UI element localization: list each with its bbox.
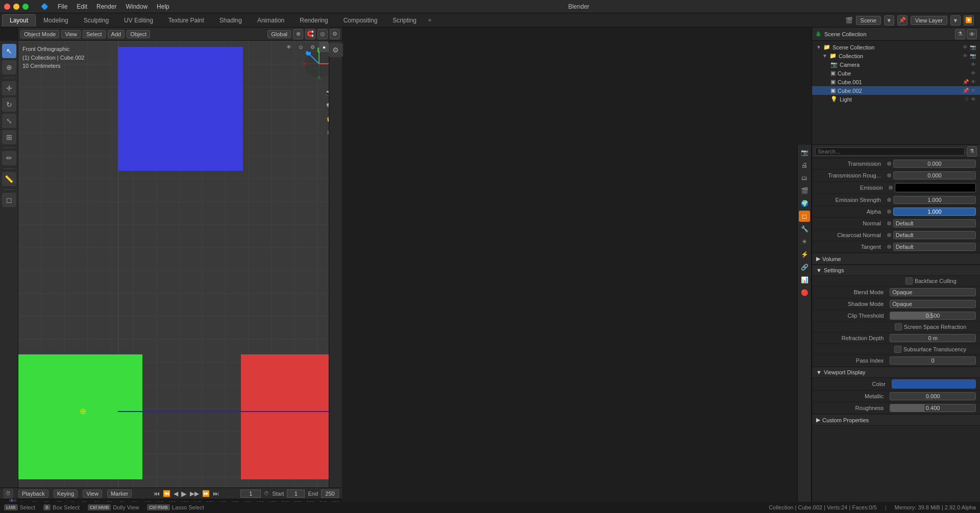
outliner-item-scene-collection[interactable]: ▼ 📁 Scene Collection 👁 📷 (812, 43, 980, 52)
constraints-props-icon[interactable]: 🔗 (799, 262, 810, 273)
viewport-3d[interactable]: Front Orthographic (1) Collection | Cube… (18, 41, 342, 488)
cube-red-object[interactable] (241, 354, 342, 479)
material-filter-icon[interactable]: ⚗ (967, 146, 977, 157)
metallic-value[interactable]: 0.000 (890, 392, 976, 400)
end-frame-input[interactable]: 250 (321, 490, 339, 498)
outliner-item-light[interactable]: 💡 Light ⚙ 👁 (812, 95, 980, 104)
measure-tool-button[interactable]: 📏 (2, 172, 16, 186)
outliner-item-cube002[interactable]: ▣ Cube.002 📌 👁 (812, 86, 980, 95)
blender-menu[interactable]: 🔷 (37, 2, 53, 12)
maximize-button[interactable] (22, 4, 29, 10)
scene-collection-vis-icon[interactable]: 👁 (963, 44, 968, 50)
cube001-vis-icon[interactable]: 👁 (971, 79, 976, 85)
scale-tool-button[interactable]: ⤡ (2, 114, 16, 128)
data-props-icon[interactable]: 📊 (799, 274, 810, 286)
select-dropdown[interactable]: Select (83, 30, 106, 38)
material-props-icon[interactable]: 🔴 (799, 287, 810, 298)
outliner-item-cube001[interactable]: ▣ Cube.001 📌 👁 (812, 78, 980, 86)
viewport-display-icon[interactable]: 👁 (284, 42, 294, 52)
viewport-gizmo-icon[interactable]: ⚙ (307, 42, 317, 52)
timeline-view-dropdown[interactable]: View (83, 490, 102, 498)
cube-blue-object[interactable] (118, 47, 243, 171)
subsurface-translucency-checkbox[interactable] (894, 346, 901, 353)
tab-animation[interactable]: Animation (250, 14, 292, 27)
view-settings-button[interactable]: ⚙ (329, 43, 343, 57)
shadow-mode-value[interactable]: Opaque (890, 300, 976, 308)
particles-props-icon[interactable]: ✳ (799, 236, 810, 247)
viewport-overlay-icon[interactable]: ⊙ (296, 42, 306, 52)
blend-mode-value[interactable]: Opaque (890, 288, 976, 296)
backface-culling-checkbox[interactable] (905, 277, 913, 285)
prev-keyframe-button[interactable]: ⏪ (163, 490, 170, 497)
move-tool-button[interactable]: ✛ (2, 81, 16, 95)
keying-dropdown[interactable]: Keying (54, 490, 78, 498)
current-frame-input[interactable]: 1 (240, 490, 261, 498)
alpha-value[interactable]: 1.000 (893, 208, 976, 216)
add-cube-tool-button[interactable]: ◻ (2, 193, 16, 207)
normal-value[interactable]: Default (893, 219, 976, 227)
tab-sculpting[interactable]: Sculpting (76, 14, 116, 27)
object-props-icon[interactable]: ◻ (799, 211, 810, 222)
view-layer-pin-icon[interactable]: 📌 (897, 15, 908, 25)
add-workspace-button[interactable]: + (424, 15, 435, 26)
transmission-rough-value[interactable]: 0.000 (893, 171, 976, 179)
viewlayer-options-icon[interactable]: ▼ (950, 15, 961, 25)
next-frame-button[interactable]: ▶▶ (190, 490, 199, 497)
cube-vis-icon[interactable]: 👁 (971, 70, 976, 76)
object-mode-dropdown[interactable]: Object Mode (20, 30, 59, 38)
outliner-item-cube[interactable]: ▣ Cube 👁 (812, 69, 980, 78)
collection-render-icon[interactable]: 📷 (970, 53, 976, 59)
view-layer-props-icon[interactable]: 🗂 (799, 172, 810, 184)
next-keyframe-button[interactable]: ⏩ (202, 490, 210, 497)
render-props-icon[interactable]: 📷 (799, 147, 810, 158)
render-menu[interactable]: Render (92, 2, 120, 12)
color-swatch[interactable] (892, 379, 976, 389)
outliner-view-icon[interactable]: 👁 (967, 29, 977, 39)
cursor-tool-button[interactable]: ⊕ (2, 60, 16, 74)
jump-end-button[interactable]: ⏭ (213, 490, 219, 497)
prev-frame-button[interactable]: ◀ (174, 490, 178, 497)
window-menu[interactable]: Window (121, 2, 152, 12)
filter-icon[interactable]: 🔽 (964, 15, 974, 25)
collection-vis-icon[interactable]: 👁 (963, 53, 968, 59)
cube-green-object[interactable] (18, 354, 142, 479)
transform-dropdown[interactable]: Global (267, 30, 291, 38)
tab-layout[interactable]: Layout (2, 14, 36, 27)
emission-color-swatch[interactable] (895, 183, 976, 192)
outliner-item-camera[interactable]: 📷 Camera 👁 (812, 60, 980, 69)
clip-threshold-value[interactable]: 0.500 (890, 312, 976, 320)
viewport-display-section[interactable]: ▼ Viewport Display (812, 367, 980, 378)
world-props-icon[interactable]: 🌍 (799, 198, 810, 209)
file-menu[interactable]: File (54, 2, 71, 12)
minimize-button[interactable] (13, 4, 19, 10)
screen-space-refraction-checkbox[interactable] (895, 323, 902, 330)
pass-index-value[interactable]: 0 (890, 356, 976, 365)
select-tool-button[interactable]: ↖ (2, 44, 16, 58)
rotate-tool-button[interactable]: ↻ (2, 97, 16, 112)
close-button[interactable] (4, 4, 10, 10)
tangent-value[interactable]: Default (893, 243, 976, 251)
camera-vis-icon[interactable]: 👁 (971, 62, 976, 67)
cube002-vis-icon[interactable]: 👁 (971, 88, 976, 93)
scene-collection-render-icon[interactable]: 📷 (970, 44, 976, 50)
edit-menu[interactable]: Edit (72, 2, 91, 12)
physics-props-icon[interactable]: ⚡ (799, 249, 810, 260)
roughness-value[interactable]: 0.400 (890, 404, 976, 412)
light-vis-icon[interactable]: 👁 (971, 96, 976, 102)
output-props-icon[interactable]: 🖨 (799, 160, 810, 171)
tab-uv-editing[interactable]: UV Editing (116, 14, 161, 27)
emission-strength-value[interactable]: 1.000 (893, 196, 976, 204)
tab-scripting[interactable]: Scripting (385, 14, 424, 27)
transform-pivot-icon[interactable]: ⊕ (293, 29, 303, 39)
material-search-input[interactable] (815, 147, 965, 156)
outliner-item-collection[interactable]: ▼ 📁 Collection 👁 📷 (812, 52, 980, 60)
transmission-value[interactable]: 0.000 (893, 160, 976, 168)
clearcoat-normal-value[interactable]: Default (893, 231, 976, 239)
viewlayer-selector[interactable]: View Layer (911, 16, 947, 25)
outliner-filter-icon[interactable]: ⚗ (955, 29, 965, 39)
scene-props-icon[interactable]: 🎬 (799, 185, 810, 196)
start-frame-input[interactable]: 1 (287, 490, 305, 498)
tab-texture-paint[interactable]: Texture Paint (161, 14, 212, 27)
playback-dropdown[interactable]: Playback (18, 490, 48, 498)
add-dropdown[interactable]: Add (108, 30, 125, 38)
